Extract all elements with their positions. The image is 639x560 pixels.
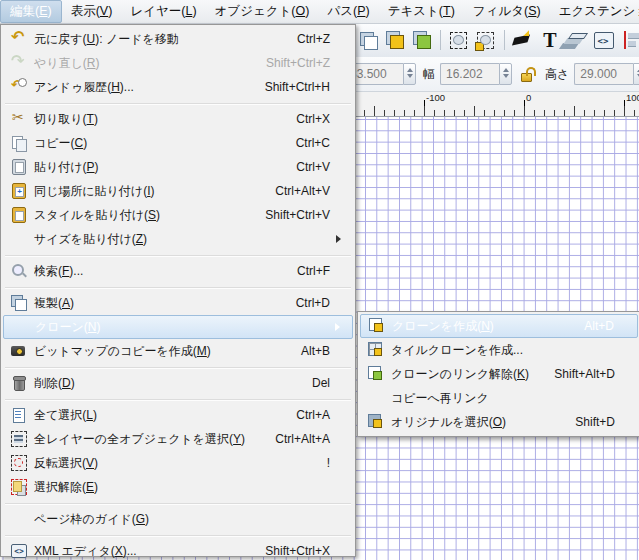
no-icon (11, 511, 28, 527)
menu-item-paste-style[interactable]: スタイルを貼り付け(S) Shift+Ctrl+V (3, 203, 353, 227)
menu-item-cut[interactable]: 切り取り(T) Ctrl+X (3, 107, 353, 131)
height-label: 高さ (545, 66, 569, 83)
separator (5, 103, 351, 104)
separator (504, 30, 505, 50)
select-all-layers-icon (11, 431, 28, 447)
select-original-icon (368, 414, 385, 430)
find-icon (11, 263, 28, 279)
text-dialog-icon (539, 29, 561, 51)
paste-in-place-icon (11, 183, 28, 199)
duplicate-icon (357, 29, 379, 51)
lock-ratio-icon[interactable] (521, 67, 536, 82)
undo-icon (11, 31, 28, 47)
no-icon (11, 231, 28, 247)
clone-icon (369, 318, 386, 334)
unlink-clone-icon (368, 366, 385, 382)
no-icon (12, 319, 29, 335)
toolbar-button[interactable] (565, 28, 589, 52)
copy-icon (11, 135, 28, 151)
submenu-item-relink-to-copied[interactable]: コピーへ再リンク (360, 386, 638, 410)
menubar-item-filters[interactable]: フィルタ(S) (464, 0, 550, 23)
width-field[interactable] (440, 63, 499, 85)
toolbar-button[interactable] (383, 28, 407, 52)
menu-item-invert-selection[interactable]: 反転選択(V) ! (3, 451, 353, 475)
align-distribute-icon (620, 29, 639, 51)
menu-item-deselect[interactable]: 選択解除(E) (3, 475, 353, 499)
menubar-item-view[interactable]: 表示(V) (62, 0, 122, 23)
separator (5, 287, 351, 288)
toolbar-button[interactable] (538, 28, 562, 52)
toolbar-button[interactable] (410, 28, 434, 52)
submenu-item-unlink-clone[interactable]: クローンのリンク解除(K) Shift+Alt+D (360, 362, 638, 386)
menu-item-clone[interactable]: クローン(N) (3, 315, 353, 339)
clone-submenu: クローンを作成(N) Alt+D タイルクローンを作成... クローンのリンク解… (357, 311, 639, 437)
unlink-clone-icon (411, 29, 433, 51)
menubar: 編集(E)表示(V)レイヤー(L)オブジェクト(O)パス(P)テキスト(T)フィ… (0, 0, 639, 24)
separator (5, 535, 351, 536)
tiled-clones-icon (368, 342, 385, 358)
paste-style-icon (11, 207, 28, 223)
menu-item-make-bitmap-copy[interactable]: ビットマップのコピーを作成(M) Alt+B (3, 339, 353, 363)
create-clone-icon (384, 29, 406, 51)
separator (5, 255, 351, 256)
undo-history-icon (11, 79, 28, 95)
menu-item-select-all-in-all-layers[interactable]: 全レイヤーの全オブジェクトを選択(Y) Ctrl+Alt+A (3, 427, 353, 451)
edit-deselect-icon (475, 29, 497, 51)
edit-select-icon (448, 29, 470, 51)
no-icon (368, 390, 385, 406)
menu-item-guides-around-page[interactable]: ページ枠のガイド(G) (3, 507, 353, 531)
menu-item-delete[interactable]: 削除(D) Del (3, 371, 353, 395)
invert-selection-icon (11, 455, 28, 471)
menu-item-redo[interactable]: やり直し(R) Shift+Ctrl+Z (3, 51, 353, 75)
ruler-label: -100 (426, 92, 445, 103)
deselect-icon (11, 479, 28, 495)
width-label: 幅 (423, 66, 435, 83)
submenu-item-select-original[interactable]: オリジナルを選択(O) Shift+D (360, 410, 638, 434)
menubar-item-path[interactable]: パス(P) (318, 0, 378, 23)
toolbar-button[interactable] (474, 28, 498, 52)
menu-item-paste[interactable]: 貼り付け(P) Ctrl+V (3, 155, 353, 179)
menu-item-paste-size[interactable]: サイズを貼り付け(Z) (3, 227, 353, 251)
submenu-item-create-tiled-clones[interactable]: タイルクローンを作成... (360, 338, 638, 362)
width-spin-buttons[interactable] (499, 63, 512, 85)
menubar-item-edit[interactable]: 編集(E) (0, 0, 62, 23)
height-field[interactable] (574, 63, 633, 85)
toolbar-button[interactable] (356, 28, 380, 52)
redo-icon (11, 55, 28, 71)
menu-item-select-all[interactable]: 全て選択(L) Ctrl+A (3, 403, 353, 427)
menubar-item-layer[interactable]: レイヤー(L) (121, 0, 205, 23)
menu-item-find[interactable]: 検索(F)... Ctrl+F (3, 259, 353, 283)
menu-item-xml-editor[interactable]: XML エディタ(X)... Shift+Ctrl+X (3, 539, 353, 560)
paste-icon (11, 159, 28, 175)
separator (5, 399, 351, 400)
select-all-icon (11, 407, 28, 423)
toolbar-button[interactable] (447, 28, 471, 52)
layers-dialog-icon (566, 29, 588, 51)
menubar-item-text[interactable]: テキスト(T) (379, 0, 464, 23)
separator (440, 30, 441, 50)
xml-editor-icon (593, 29, 615, 51)
toolbar-button[interactable] (619, 28, 639, 52)
delete-icon (11, 375, 28, 391)
xml-editor-icon (11, 543, 28, 559)
toolbar-button[interactable] (511, 28, 535, 52)
y-spin-buttons[interactable] (403, 63, 416, 85)
edit-menu-dropdown: 元に戻す(U): ノードを移動 Ctrl+Z やり直し(R) Shift+Ctr… (0, 24, 356, 557)
submenu-arrow-icon (335, 323, 344, 331)
toolbar-button[interactable] (592, 28, 616, 52)
menubar-item-extensions[interactable]: エクステンション(N) (550, 0, 639, 23)
menu-item-duplicate[interactable]: 複製(A) Ctrl+D (3, 291, 353, 315)
height-spin-buttons[interactable] (633, 63, 639, 85)
menu-item-undo[interactable]: 元に戻す(U): ノードを移動 Ctrl+Z (3, 27, 353, 51)
menu-item-undo-history[interactable]: アンドゥ履歴(H)... Shift+Ctrl+H (3, 75, 353, 99)
separator (5, 367, 351, 368)
submenu-item-create-clone[interactable]: クローンを作成(N) Alt+D (360, 314, 638, 338)
menubar-item-object[interactable]: オブジェクト(O) (206, 0, 319, 23)
ruler-label: 100 (626, 92, 639, 103)
separator (5, 503, 351, 504)
ruler-label: 0 (526, 92, 531, 103)
width-group: 幅 (423, 63, 512, 85)
width-spinbox (440, 63, 512, 85)
menu-item-paste-in-place[interactable]: 同じ場所に貼り付け(I) Ctrl+Alt+V (3, 179, 353, 203)
menu-item-copy[interactable]: コピー(C) Ctrl+C (3, 131, 353, 155)
